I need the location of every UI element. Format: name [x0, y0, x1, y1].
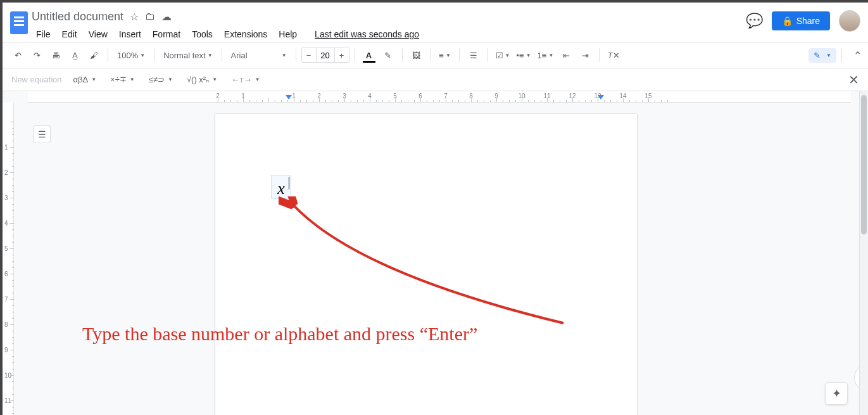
paragraph-style-dropdown[interactable]: Normal text▼ [160, 46, 216, 64]
menu-bar: File Edit View Insert Format Tools Exten… [32, 24, 746, 42]
menu-format[interactable]: Format [148, 27, 185, 42]
eq-operators-dropdown[interactable]: ×÷∓▼ [108, 73, 137, 86]
menu-view[interactable]: View [84, 27, 112, 42]
account-avatar[interactable] [839, 10, 860, 32]
font-size-input[interactable] [316, 48, 335, 62]
title-bar: Untitled document ☆ 🗀 ☁ File Edit View I… [3, 3, 868, 42]
zoom-dropdown[interactable]: 100%▼ [113, 46, 149, 64]
toolbar-separator [599, 48, 600, 62]
document-outline-button[interactable]: ☰ [33, 125, 51, 143]
toolbar-separator [487, 48, 488, 62]
clear-formatting-button[interactable]: T✕ [605, 46, 622, 64]
document-canvas[interactable]: ☰ x Type the base number or alphabet and… [14, 103, 851, 415]
left-indent-marker[interactable] [286, 95, 292, 99]
font-size-stepper[interactable]: − + [301, 48, 349, 63]
right-indent-marker[interactable] [598, 95, 604, 99]
toolbar-separator [402, 48, 403, 62]
checklist-button[interactable]: ☑▼ [493, 46, 513, 64]
workspace: 21123456789101112131415 1234567891011 ☰ … [3, 91, 868, 415]
cloud-status-icon[interactable]: ☁ [161, 11, 172, 23]
toolbar-separator [222, 48, 222, 62]
highlight-button[interactable]: ✎ [379, 46, 397, 64]
undo-button[interactable]: ↶ [9, 46, 27, 64]
menu-help[interactable]: Help [274, 27, 301, 42]
insert-image-button[interactable]: 🖼 [408, 46, 425, 64]
decrease-indent-button[interactable]: ⇤ [557, 46, 575, 64]
explore-button[interactable]: ✦ [825, 382, 848, 405]
line-spacing-button[interactable]: ☰ [465, 46, 482, 64]
spellcheck-button[interactable]: A̲ [66, 46, 84, 64]
eq-math-dropdown[interactable]: √() x²ₙ▼ [184, 73, 220, 86]
document-title[interactable]: Untitled document [32, 10, 123, 23]
move-icon[interactable]: 🗀 [145, 11, 155, 23]
font-size-increase[interactable]: + [335, 51, 349, 60]
editing-mode-dropdown[interactable]: ✎▼ [808, 48, 836, 63]
toolbar-separator [154, 48, 154, 62]
pencil-icon: ✎ [814, 51, 821, 60]
star-icon[interactable]: ☆ [130, 11, 139, 23]
vertical-scrollbar[interactable] [859, 91, 868, 415]
vertical-ruler[interactable]: 1234567891011 [3, 103, 14, 415]
align-dropdown[interactable]: ≡▼ [436, 46, 454, 64]
eq-arrows-dropdown[interactable]: ←↑→▼ [229, 73, 262, 86]
document-page[interactable]: x Type the base number or alphabet and p… [215, 114, 637, 415]
paint-format-button[interactable]: 🖌 [85, 46, 103, 64]
lock-icon: 🔒 [782, 16, 793, 26]
menu-edit[interactable]: Edit [58, 27, 82, 42]
bulleted-list-button[interactable]: •≡▼ [513, 46, 533, 64]
equation-toolbar: New equation αβΔ▼ ×÷∓▼ ≤≠⊃▼ √() x²ₙ▼ ←↑→… [3, 68, 868, 91]
increase-indent-button[interactable]: ⇥ [576, 46, 594, 64]
title-area: Untitled document ☆ 🗀 ☁ File Edit View I… [32, 6, 746, 42]
hide-menus-button[interactable]: ⌃ [853, 49, 862, 61]
toolbar-separator [296, 48, 296, 62]
toolbar-separator [431, 48, 431, 62]
new-equation-label[interactable]: New equation [11, 75, 62, 84]
docs-logo-icon[interactable] [6, 6, 32, 39]
toolbar-separator [108, 48, 108, 62]
eq-relations-dropdown[interactable]: ≤≠⊃▼ [146, 73, 175, 86]
toolbar-separator [841, 48, 842, 62]
toolbar-separator [355, 48, 355, 62]
share-button[interactable]: 🔒 Share [772, 11, 830, 30]
close-equation-bar-icon[interactable]: ✕ [848, 72, 859, 87]
numbered-list-button[interactable]: 1≡▼ [535, 46, 557, 64]
menu-insert[interactable]: Insert [115, 27, 146, 42]
comments-icon[interactable]: 💬 [746, 13, 763, 29]
text-caret [289, 177, 289, 189]
equation-editor[interactable]: x [271, 175, 291, 199]
text-color-button[interactable]: A [360, 46, 378, 64]
main-toolbar: ↶ ↷ 🖶 A̲ 🖌 100%▼ Normal text▼ Arial▼ − +… [3, 42, 868, 68]
annotation-arrow [279, 196, 595, 336]
last-edit-link[interactable]: Last edit was seconds ago [310, 27, 424, 42]
font-size-decrease[interactable]: − [302, 51, 316, 60]
toolbar-separator [459, 48, 460, 62]
menu-file[interactable]: File [32, 27, 55, 42]
equation-content: x [277, 179, 285, 198]
header-right-actions: 💬 🔒 Share [746, 6, 860, 32]
scrollbar-thumb[interactable] [861, 95, 867, 234]
print-button[interactable]: 🖶 [47, 46, 65, 64]
menu-tools[interactable]: Tools [187, 27, 217, 42]
menu-extensions[interactable]: Extensions [220, 27, 272, 42]
horizontal-ruler[interactable]: 21123456789101112131415 [28, 91, 851, 103]
eq-greek-dropdown[interactable]: αβΔ▼ [71, 73, 99, 86]
share-label: Share [796, 16, 820, 26]
redo-button[interactable]: ↷ [28, 46, 46, 64]
font-dropdown[interactable]: Arial▼ [227, 46, 291, 64]
annotation-text: Type the base number or alphabet and pre… [82, 323, 477, 345]
